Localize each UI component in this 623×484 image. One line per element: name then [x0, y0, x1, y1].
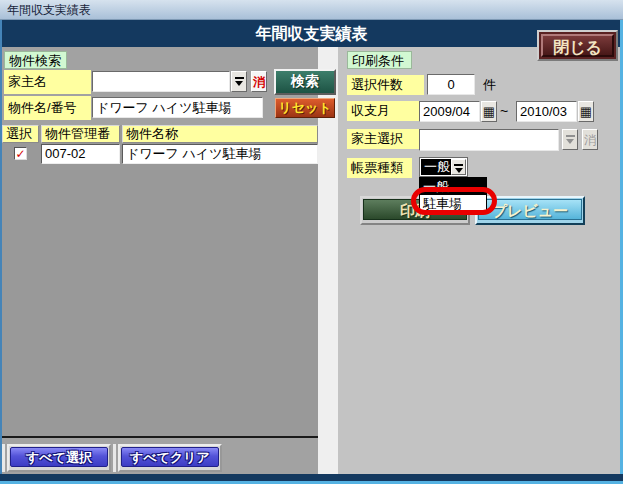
- row-property-name[interactable]: ドワーフ ハイツ駐車場: [122, 144, 318, 164]
- report-type-selected-value: 一般: [421, 159, 453, 175]
- report-type-label: 帳票種類: [347, 158, 412, 178]
- column-header-select: 選択: [2, 125, 39, 143]
- row-property-id[interactable]: 007-02: [41, 144, 120, 164]
- reset-button[interactable]: リセット: [275, 98, 335, 118]
- owner-select-dropdown-button[interactable]: [562, 129, 578, 150]
- dropdown-icon: [235, 77, 244, 86]
- period-from-input[interactable]: [419, 101, 480, 122]
- selected-count-label: 選択件数: [347, 75, 424, 95]
- select-all-button[interactable]: すべて選択: [7, 444, 111, 472]
- period-tilde: ~: [500, 101, 508, 121]
- button-separator: [2, 444, 5, 472]
- owner-name-dropdown-button[interactable]: [231, 71, 247, 92]
- period-to-input[interactable]: [516, 101, 577, 122]
- selected-count-input: [427, 74, 475, 95]
- owner-select-label: 家主選択: [347, 129, 424, 149]
- property-name-input[interactable]: [92, 97, 263, 118]
- window-title: 年間収支実績表: [7, 3, 91, 17]
- table-row-select-cell: ✓: [2, 144, 39, 164]
- property-name-label: 物件名/番号: [4, 96, 91, 120]
- annotation-highlight: [411, 187, 497, 215]
- report-type-combobox[interactable]: 一般: [419, 157, 468, 177]
- period-to-calendar-button[interactable]: ▦: [578, 101, 594, 122]
- search-button[interactable]: 検索: [274, 69, 336, 95]
- owner-name-clear-button[interactable]: 消: [251, 71, 267, 92]
- calendar-icon: ▦: [483, 104, 495, 119]
- dropdown-icon: [454, 164, 463, 173]
- column-header-property-id: 物件管理番号: [41, 125, 120, 143]
- dropdown-icon: [566, 135, 575, 144]
- close-button[interactable]: 閉じる: [537, 30, 618, 61]
- page-title: 年間収支実績表: [256, 25, 368, 42]
- owner-select-clear-button[interactable]: 消: [582, 129, 598, 150]
- button-separator: [113, 444, 116, 472]
- period-label: 収支月: [347, 101, 424, 121]
- owner-select-input[interactable]: [419, 129, 559, 151]
- owner-name-input[interactable]: [92, 71, 230, 92]
- page-header: 年間収支実績表: [0, 20, 623, 47]
- owner-name-label: 家主名: [4, 70, 91, 94]
- calendar-icon: ▦: [580, 104, 592, 119]
- count-unit-label: 件: [483, 75, 496, 95]
- column-header-property-name: 物件名称: [122, 125, 318, 143]
- period-from-calendar-button[interactable]: ▦: [481, 101, 497, 122]
- report-type-dropdown-button[interactable]: [451, 159, 466, 175]
- property-search-section-label: 物件検索: [4, 51, 67, 69]
- close-button-label: 閉じる: [541, 34, 614, 57]
- row-checkbox[interactable]: ✓: [14, 147, 27, 160]
- annual-balance-report-window: 年間収支実績表 年間収支実績表 閉じる 物件検索 家主名 消 検索 物件名/番号…: [0, 0, 623, 484]
- window-titlebar: 年間収支実績表: [0, 0, 623, 20]
- footer-bar: [0, 474, 623, 481]
- clear-all-button[interactable]: すべてクリア: [118, 444, 222, 472]
- property-list-region: [2, 125, 318, 438]
- print-conditions-section-label: 印刷条件: [347, 51, 412, 69]
- clear-all-label: すべてクリア: [121, 447, 219, 467]
- select-all-label: すべて選択: [10, 447, 108, 467]
